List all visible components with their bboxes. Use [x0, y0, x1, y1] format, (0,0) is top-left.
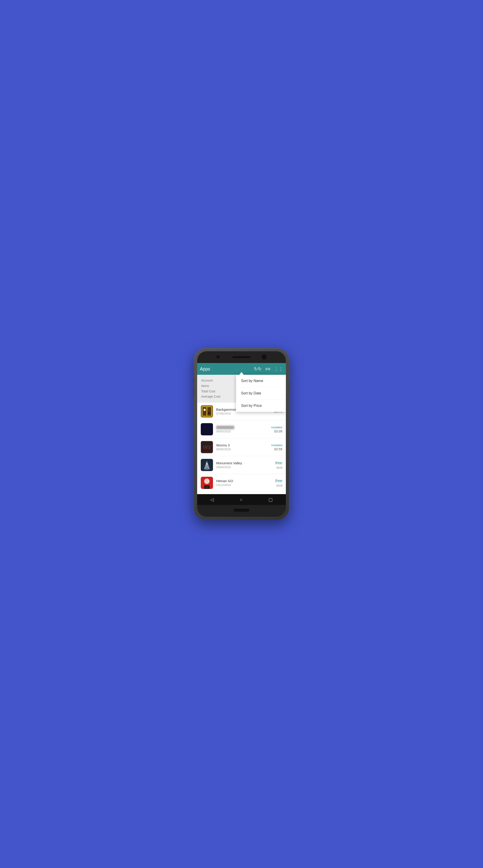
svg-point-5 — [208, 412, 210, 414]
svg-rect-12 — [205, 468, 208, 470]
app-name-hitman: Hitman GO — [216, 479, 275, 483]
svg-point-4 — [203, 409, 206, 411]
app-info-blurred: 09/05/2015 — [216, 426, 272, 433]
app-price-area-monument: free £1.9 — [275, 461, 282, 469]
list-item[interactable]: Goat Simulator 23/12/2014 free £1.9 — [197, 492, 286, 494]
app-price-area-blurred: Installed £0.09 — [272, 426, 282, 433]
svg-rect-2 — [203, 407, 206, 416]
app-icon-monument — [201, 459, 213, 471]
phone-device: Apps ↻ ≡ ⋮ Sort by Name Sort by Date Sor… — [194, 348, 289, 520]
signal-indicator — [239, 372, 244, 375]
volume-down-button[interactable] — [193, 388, 194, 396]
recent-nav-icon[interactable]: ▢ — [268, 497, 273, 502]
app-icon-worms: W3 — [201, 441, 213, 453]
app-icon-hitman: GO — [201, 477, 213, 489]
filter-icon[interactable]: ≡ — [265, 366, 271, 372]
camera-dot-left — [217, 355, 220, 359]
app-price-crossed-hitman: £1.9 — [277, 484, 282, 487]
app-date-hitman: 23/12/2014 — [216, 483, 275, 487]
app-name-worms: Worms 3 — [216, 443, 272, 447]
app-date-worms: 09/05/2015 — [216, 447, 272, 451]
app-info-hitman: Hitman GO 23/12/2014 — [216, 479, 275, 487]
volume-up-button[interactable] — [193, 377, 194, 385]
app-status-blurred: Installed — [272, 426, 282, 429]
svg-point-11 — [206, 463, 208, 465]
sort-by-name-option[interactable]: Sort by Name — [236, 375, 286, 387]
app-price-blurred: £0.09 — [274, 430, 282, 433]
app-date-blurred: 09/05/2015 — [216, 430, 272, 433]
app-free-label-monument: free — [275, 461, 282, 465]
list-item[interactable]: GO Hitman GO 23/12/2014 free £1.9 — [197, 474, 286, 492]
app-info-worms: Worms 3 09/05/2015 — [216, 443, 272, 451]
app-info-monument: Monument Valley 29/04/2015 — [216, 461, 275, 469]
app-status-worms: Installed — [272, 443, 282, 447]
power-button[interactable] — [289, 382, 290, 393]
refresh-icon[interactable]: ↻ — [254, 366, 262, 372]
svg-point-14 — [204, 478, 209, 484]
sort-dropdown-menu: Sort by Name Sort by Date Sort by Price — [236, 375, 286, 412]
toolbar-title: Apps — [200, 366, 254, 372]
phone-speaker — [232, 356, 251, 358]
svg-text:W3: W3 — [203, 444, 211, 450]
list-item[interactable]: Monument Valley 29/04/2015 free £1.9 — [197, 456, 286, 474]
app-free-label-hitman: free — [275, 478, 282, 483]
list-item[interactable]: W3 Worms 3 09/05/2015 Installed £0.59 — [197, 438, 286, 456]
app-name-monument: Monument Valley — [216, 461, 275, 465]
phone-screen-container: Apps ↻ ≡ ⋮ Sort by Name Sort by Date Sor… — [197, 351, 286, 517]
app-date-backgammon: 07/06/2015 — [216, 412, 274, 415]
camera-dot-right — [262, 354, 266, 360]
app-list: Backgammon 07/06/2015 £0.79 09/05/2015 — [197, 403, 286, 494]
back-nav-icon[interactable]: ◁ — [210, 497, 214, 502]
app-date-monument: 29/04/2015 — [216, 465, 275, 469]
app-price-area-hitman: free £1.9 — [275, 478, 282, 487]
app-icon-backgammon — [201, 405, 213, 417]
app-screen: Apps ↻ ≡ ⋮ Sort by Name Sort by Date Sor… — [197, 363, 286, 505]
list-item[interactable]: 09/05/2015 Installed £0.09 — [197, 421, 286, 438]
svg-rect-3 — [207, 407, 211, 416]
app-price-area-worms: Installed £0.59 — [272, 443, 282, 451]
navigation-bar: ◁ ○ ▢ — [197, 494, 286, 505]
toolbar-actions: ↻ ≡ ⋮ — [254, 366, 283, 372]
app-price-worms: £0.59 — [274, 447, 282, 451]
app-price-crossed-monument: £1.9 — [277, 466, 282, 469]
app-icon-blurred — [201, 423, 213, 435]
more-icon[interactable]: ⋮ — [274, 366, 283, 372]
home-button-bottom[interactable] — [234, 508, 249, 512]
home-nav-icon[interactable]: ○ — [240, 497, 243, 502]
app-name-blurred — [216, 426, 234, 429]
sort-by-price-option[interactable]: Sort by Price — [236, 400, 286, 412]
toolbar: Apps ↻ ≡ ⋮ — [197, 363, 286, 375]
svg-text:GO: GO — [205, 486, 208, 489]
sort-by-date-option[interactable]: Sort by Date — [236, 387, 286, 400]
